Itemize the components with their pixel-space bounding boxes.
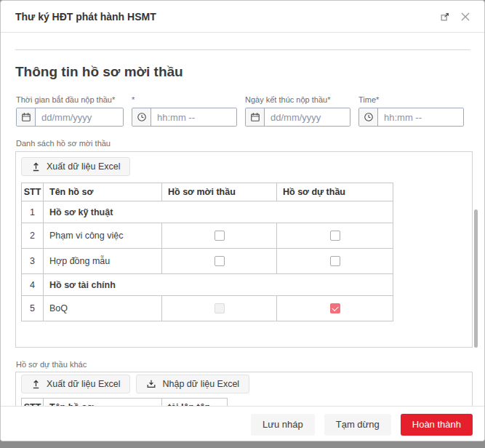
table-header-row: STT Tên hồ sơ Hồ sơ mời thầu Hồ sơ dự th… xyxy=(22,183,393,201)
complete-button[interactable]: Hoàn thành xyxy=(401,414,473,436)
export-excel-label: Xuất dữ liệu Excel xyxy=(47,379,120,389)
start-date-input[interactable] xyxy=(36,108,123,126)
start-time-input[interactable] xyxy=(151,108,236,126)
upload-icon xyxy=(31,161,41,172)
invitation-list-label: Danh sách hồ sơ mời thầu xyxy=(16,139,484,148)
dialog-footer: Lưu nháp Tạm dừng Hoàn thành xyxy=(1,406,484,441)
start-time-field: * xyxy=(132,95,237,127)
other-documents-table: STT Tên hồ sơ tải lên tệp xyxy=(21,398,228,406)
dialog-title: Thư ký HĐT phát hành HSMT xyxy=(15,11,156,23)
dialog-body: Thông tin hồ sơ mời thầu Thời gian bắt đ… xyxy=(1,33,484,406)
download-icon xyxy=(146,379,156,389)
col-hsdt: Hồ sơ dự thầu xyxy=(277,183,393,201)
scrollbar-thumb[interactable] xyxy=(474,209,478,348)
hsdt-checkbox-checked xyxy=(330,303,340,313)
col-hsmt: Hồ sơ mời thầu xyxy=(162,183,277,201)
end-time-input[interactable] xyxy=(378,108,463,126)
col-name: Tên hồ sơ xyxy=(44,183,162,201)
end-date-label: Ngày kết thúc nộp thầu* xyxy=(245,95,350,105)
hsmt-checkbox[interactable] xyxy=(215,231,225,241)
divider xyxy=(15,49,470,50)
clock-icon[interactable] xyxy=(132,108,151,126)
end-time-label: Time* xyxy=(358,95,464,105)
import-excel-button[interactable]: Nhập dữ liệu Excel xyxy=(136,375,249,393)
end-date-input[interactable] xyxy=(265,108,350,126)
end-time-field: Time* xyxy=(358,95,464,127)
table-row: 1 Hồ sơ kỹ thuật xyxy=(22,201,393,223)
export-excel-button[interactable]: Xuất dữ liệu Excel xyxy=(21,375,130,393)
row-group-name: Hồ sơ kỹ thuật xyxy=(44,201,393,223)
col-stt: STT xyxy=(22,183,44,201)
row-name: Phạm vi công việc xyxy=(44,223,162,249)
col-stt: STT xyxy=(22,399,44,407)
expand-icon[interactable] xyxy=(439,11,451,23)
row-stt: 2 xyxy=(22,223,44,249)
import-excel-label: Nhập dữ liệu Excel xyxy=(162,379,239,389)
export-excel-button[interactable]: Xuất dữ liệu Excel xyxy=(21,157,130,176)
calendar-icon[interactable] xyxy=(17,108,36,126)
row-stt: 3 xyxy=(22,249,44,274)
hsdt-checkbox[interactable] xyxy=(330,231,340,241)
table-header-row: STT Tên hồ sơ tải lên tệp xyxy=(22,399,228,407)
hsmt-checkbox-disabled xyxy=(215,303,225,313)
start-date-label: Thời gian bắt đầu nộp thầu* xyxy=(16,95,124,105)
section-title: Thông tin hồ sơ mời thầu xyxy=(15,64,470,80)
save-draft-button[interactable]: Lưu nháp xyxy=(251,414,315,436)
calendar-icon[interactable] xyxy=(246,108,265,126)
export-excel-label: Xuất dữ liệu Excel xyxy=(47,161,120,172)
row-name: BoQ xyxy=(44,296,162,321)
table-row: 3 Hợp đồng mẫu xyxy=(22,249,393,274)
table-row: 5 BoQ xyxy=(22,296,393,321)
close-icon[interactable] xyxy=(460,11,471,23)
other-documents-label: Hồ sơ dự thầu khác xyxy=(16,360,484,369)
col-name: Tên hồ sơ xyxy=(44,399,162,407)
start-time-label: * xyxy=(132,95,237,105)
invitation-table: STT Tên hồ sơ Hồ sơ mời thầu Hồ sơ dự th… xyxy=(21,183,393,321)
hsdt-checkbox[interactable] xyxy=(330,256,340,266)
row-stt: 1 xyxy=(22,201,44,223)
table-row: 4 Hồ sơ tài chính xyxy=(22,274,393,296)
upload-icon xyxy=(31,379,41,389)
row-group-name: Hồ sơ tài chính xyxy=(44,274,393,296)
hsmt-checkbox[interactable] xyxy=(215,256,225,266)
other-documents-panel: Xuất dữ liệu Excel Nhập dữ liệu Excel ST… xyxy=(15,372,473,406)
clock-icon[interactable] xyxy=(359,108,378,126)
row-stt: 5 xyxy=(22,296,44,321)
row-stt: 4 xyxy=(22,274,44,296)
dialog-header: Thư ký HĐT phát hành HSMT xyxy=(1,1,484,33)
table-row: 2 Phạm vi công việc xyxy=(22,223,393,249)
modal-dialog: Thư ký HĐT phát hành HSMT Thông tin hồ s… xyxy=(0,0,485,441)
row-name: Hợp đồng mẫu xyxy=(44,249,162,274)
end-date-field: Ngày kết thúc nộp thầu* xyxy=(245,95,350,127)
invitation-panel: Xuất dữ liệu Excel STT Tên hồ sơ Hồ sơ m… xyxy=(15,151,473,348)
start-date-field: Thời gian bắt đầu nộp thầu* xyxy=(16,95,124,127)
datetime-form: Thời gian bắt đầu nộp thầu* * xyxy=(16,95,470,127)
pause-button[interactable]: Tạm dừng xyxy=(324,414,391,436)
col-upload: tải lên tệp xyxy=(162,399,228,407)
